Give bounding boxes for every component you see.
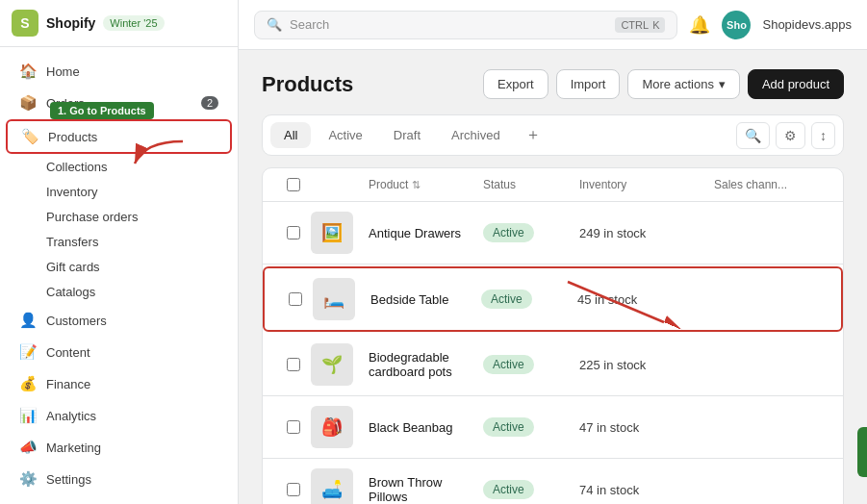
avatar: Sho bbox=[722, 11, 751, 39]
products-table: Product ⇅ Status Inventory Sales chann..… bbox=[262, 167, 844, 504]
settings-icon: ⚙️ bbox=[19, 470, 37, 488]
sidebar-item-finance[interactable]: 💰 Finance bbox=[6, 368, 232, 399]
page-header: Products Export Import More actions ▾ Ad… bbox=[262, 69, 844, 99]
row-checkbox-cell bbox=[276, 483, 311, 496]
row-checkbox[interactable] bbox=[289, 292, 302, 306]
sort-button[interactable]: ↕ bbox=[811, 122, 835, 149]
header-sales-channel: Sales chann... bbox=[714, 178, 829, 191]
page-actions: Export Import More actions ▾ Add product bbox=[483, 69, 844, 99]
table-row[interactable]: 🌱 Biodegradable cardboard pots Active 22… bbox=[263, 334, 843, 396]
orders-icon: 📦 bbox=[19, 94, 37, 112]
sidebar-item-transfers[interactable]: Transfers bbox=[6, 230, 232, 254]
purchase-orders-label: Purchase orders bbox=[46, 210, 138, 224]
row-checkbox-cell bbox=[276, 226, 311, 239]
sidebar-item-label: Analytics bbox=[46, 409, 96, 423]
orders-badge: 2 bbox=[201, 96, 218, 110]
product-status: Active bbox=[483, 417, 579, 437]
import-button[interactable]: Import bbox=[556, 69, 621, 99]
product-thumb: 🛋️ bbox=[311, 468, 353, 504]
sidebar-item-label: Content bbox=[46, 345, 90, 360]
table-row[interactable]: 🛏️ Bedside Table Active 45 in stock bbox=[263, 266, 843, 332]
sidebar-item-content[interactable]: 📝 Content bbox=[6, 337, 232, 367]
more-actions-label: More actions bbox=[642, 77, 713, 91]
chevron-down-icon: ▾ bbox=[719, 77, 726, 91]
tab-active[interactable]: Active bbox=[315, 122, 375, 148]
table-row[interactable]: 🖼️ Antique Drawers Active 249 in stock bbox=[263, 202, 843, 265]
sidebar-item-label: Products bbox=[48, 130, 97, 144]
product-name: Black Beanbag bbox=[369, 420, 483, 435]
header-product[interactable]: Product ⇅ bbox=[369, 178, 483, 191]
sidebar-item-collections[interactable]: Collections bbox=[6, 155, 232, 179]
sidebar-item-settings[interactable]: ⚙️ Settings bbox=[6, 464, 232, 494]
sidebar-item-products[interactable]: 🏷️ Products bbox=[6, 119, 232, 154]
inventory-label: Inventory bbox=[46, 185, 97, 199]
sidebar-item-gift-cards[interactable]: Gift cards bbox=[6, 255, 232, 279]
sidebar-item-customers[interactable]: 👤 Customers bbox=[6, 305, 232, 336]
marketing-icon: 📣 bbox=[19, 439, 37, 456]
page-title: Products bbox=[262, 72, 353, 97]
row-checkbox[interactable] bbox=[287, 483, 300, 496]
step1-annotation: 1. Go to Products bbox=[50, 102, 154, 119]
topbar: 🔍 Search CTRL K 🔔 Sho Shopidevs.apps bbox=[239, 0, 867, 50]
sidebar-item-marketing[interactable]: 📣 Marketing bbox=[6, 432, 232, 463]
sidebar-item-home[interactable]: 🏠 Home bbox=[6, 56, 232, 87]
row-checkbox[interactable] bbox=[287, 226, 300, 239]
status-badge: Active bbox=[483, 480, 534, 499]
product-name: Bedside Table bbox=[370, 292, 481, 307]
content-icon: 📝 bbox=[19, 343, 37, 361]
product-inventory: 249 in stock bbox=[579, 226, 714, 240]
status-badge: Active bbox=[483, 355, 534, 374]
filter-button[interactable]: ⚙ bbox=[776, 122, 805, 149]
product-inventory: 45 in stock bbox=[577, 292, 712, 307]
search-placeholder: Search bbox=[290, 17, 329, 32]
sidebar-item-inventory[interactable]: Inventory bbox=[6, 180, 232, 204]
product-thumb: 🖼️ bbox=[311, 212, 353, 254]
sort-product-icon: ⇅ bbox=[412, 179, 421, 191]
sidebar-item-catalogs[interactable]: Catalogs bbox=[6, 280, 232, 304]
tab-archived[interactable]: Archived bbox=[438, 122, 514, 148]
shortcut-k: K bbox=[652, 19, 659, 31]
sidebar: S Shopify Winter '25 🏠 Home 📦 Orders 2 1… bbox=[0, 0, 239, 504]
row-checkbox-cell bbox=[278, 292, 313, 306]
product-thumb: 🛏️ bbox=[313, 278, 355, 320]
product-status: Active bbox=[483, 223, 579, 242]
product-thumb: 🎒 bbox=[311, 406, 353, 448]
product-inventory: 74 in stock bbox=[579, 483, 714, 497]
export-button[interactable]: Export bbox=[483, 69, 548, 99]
shortcut-ctrl: CTRL bbox=[621, 19, 649, 31]
sidebar-item-analytics[interactable]: 📊 Analytics bbox=[6, 400, 232, 431]
header-inventory: Inventory bbox=[579, 178, 714, 191]
product-inventory: 225 in stock bbox=[579, 358, 714, 372]
table-row[interactable]: 🎒 Black Beanbag Active 47 in stock bbox=[263, 396, 843, 459]
sidebar-item-label: Settings bbox=[46, 472, 91, 487]
transfers-label: Transfers bbox=[46, 235, 98, 249]
notification-icon[interactable]: 🔔 bbox=[689, 14, 710, 36]
row-checkbox-cell bbox=[276, 420, 311, 434]
row-checkbox[interactable] bbox=[287, 358, 300, 371]
product-status: Active bbox=[483, 480, 579, 499]
more-actions-button[interactable]: More actions ▾ bbox=[627, 69, 739, 99]
search-bar[interactable]: 🔍 Search CTRL K bbox=[254, 11, 677, 39]
main-content: 🔍 Search CTRL K 🔔 Sho Shopidevs.apps Pro… bbox=[239, 0, 867, 504]
add-product-button[interactable]: Add product bbox=[748, 69, 844, 99]
sidebar-item-purchase-orders[interactable]: Purchase orders bbox=[6, 205, 232, 229]
table-row[interactable]: 🛋️ Brown Throw Pillows Active 74 in stoc… bbox=[263, 459, 843, 504]
analytics-icon: 📊 bbox=[19, 407, 37, 424]
tab-all[interactable]: All bbox=[270, 122, 311, 148]
catalogs-label: Catalogs bbox=[46, 285, 95, 299]
search-filter-button[interactable]: 🔍 bbox=[736, 122, 770, 149]
header-checkbox-cell bbox=[276, 178, 311, 191]
tab-add-icon[interactable]: ＋ bbox=[518, 121, 548, 149]
products-annotation-container: 1. Go to Products 🏷️ Products bbox=[0, 119, 238, 154]
sidebar-item-label: Customers bbox=[46, 314, 107, 328]
header-status: Status bbox=[483, 178, 579, 191]
select-all-checkbox[interactable] bbox=[287, 178, 300, 191]
table-body: 🖼️ Antique Drawers Active 249 in stock 🛏… bbox=[263, 202, 843, 504]
sidebar-item-label: Finance bbox=[46, 377, 90, 391]
home-icon: 🏠 bbox=[19, 63, 37, 80]
search-icon: 🔍 bbox=[267, 17, 282, 32]
sidebar-nav: 🏠 Home 📦 Orders 2 1. Go to Products 🏷️ bbox=[0, 47, 238, 504]
tabs-bar: All Active Draft Archived ＋ 🔍 ⚙ ↕ bbox=[262, 114, 844, 156]
row-checkbox[interactable] bbox=[287, 420, 300, 434]
tab-draft[interactable]: Draft bbox=[380, 122, 434, 148]
